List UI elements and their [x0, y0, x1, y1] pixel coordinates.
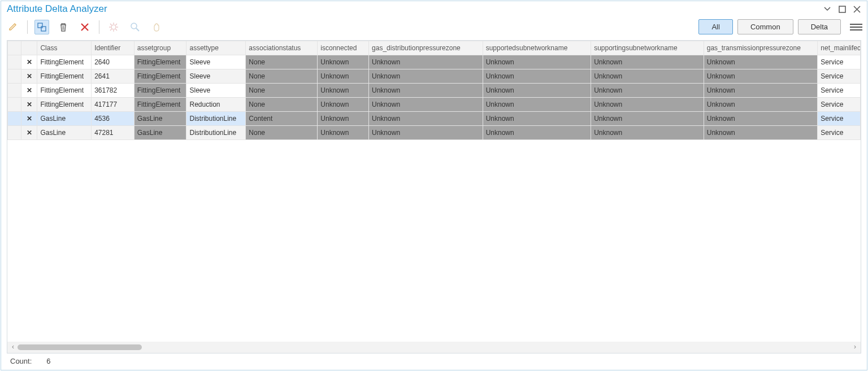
scroll-right-icon[interactable]: › [852, 343, 858, 350]
cell-identifier[interactable]: 417177 [92, 98, 134, 112]
cell-assetgroup[interactable]: FittingElement [134, 55, 186, 69]
scroll-left-icon[interactable]: ‹ [10, 343, 16, 350]
cell-supportingsubnetworkname[interactable]: Unknown [591, 69, 704, 84]
cell-supportedsubnetworkname[interactable]: Unknown [483, 98, 591, 112]
col-isconnected[interactable]: isconnected [318, 41, 369, 55]
cell-class[interactable]: GasLine [37, 112, 92, 126]
cell-supportingsubnetworkname[interactable]: Unknown [591, 55, 704, 69]
cell-associationstatus[interactable]: None [246, 98, 318, 112]
table-row[interactable]: ✕FittingElement2641FittingElementSleeveN… [8, 69, 861, 84]
horizontal-scrollbar[interactable]: ‹ › [7, 342, 861, 353]
cell-associationstatus[interactable]: Content [246, 112, 318, 126]
close-icon[interactable]: ✕ [27, 86, 32, 94]
cell-gas_distributionpressurezone[interactable]: Unknown [369, 84, 483, 98]
cell-gas_transmissionpressurezone[interactable]: Unknown [704, 69, 818, 84]
cell-supportedsubnetworkname[interactable]: Unknown [483, 126, 591, 140]
close-icon[interactable]: ✕ [27, 72, 32, 80]
cell-isconnected[interactable]: Unknown [318, 55, 369, 69]
cell-class[interactable]: FittingElement [37, 69, 92, 84]
scrollbar-thumb[interactable] [18, 344, 142, 350]
row-marker[interactable] [8, 98, 21, 112]
zoom-icon[interactable] [128, 20, 142, 34]
col-net-mainlifec[interactable]: net_mainlifec [818, 41, 861, 55]
cell-gas_transmissionpressurezone[interactable]: Unknown [704, 126, 818, 140]
delete-row-button[interactable]: ✕ [21, 55, 37, 69]
cell-identifier[interactable]: 47281 [92, 126, 134, 140]
select-icon[interactable] [34, 20, 49, 34]
cell-identifier[interactable]: 2641 [92, 69, 134, 84]
row-marker[interactable] [8, 112, 21, 126]
cell-supportingsubnetworkname[interactable]: Unknown [591, 84, 704, 98]
table-row[interactable]: ✕GasLine4536GasLineDistributionLineConte… [8, 112, 861, 126]
cell-isconnected[interactable]: Unknown [318, 69, 369, 84]
cell-net_mainlifec[interactable]: Service [818, 98, 861, 112]
col-gas-transmissionpressurezone[interactable]: gas_transmissionpressurezone [704, 41, 818, 55]
remove-icon[interactable] [77, 20, 92, 34]
cell-class[interactable]: FittingElement [37, 84, 92, 98]
col-delete[interactable] [21, 41, 37, 55]
trash-icon[interactable] [56, 20, 71, 34]
cell-associationstatus[interactable]: None [246, 126, 318, 140]
cell-supportedsubnetworkname[interactable]: Unknown [483, 55, 591, 69]
table-row[interactable]: ✕FittingElement417177FittingElementReduc… [8, 98, 861, 112]
close-icon[interactable]: ✕ [27, 58, 32, 66]
cell-assetgroup[interactable]: GasLine [134, 126, 186, 140]
cell-class[interactable]: GasLine [37, 126, 92, 140]
cell-gas_distributionpressurezone[interactable]: Unknown [369, 69, 483, 84]
cell-identifier[interactable]: 2640 [92, 55, 134, 69]
cell-assetgroup[interactable]: FittingElement [134, 69, 186, 84]
table-row[interactable]: ✕FittingElement361782FittingElementSleev… [8, 84, 861, 98]
cell-supportedsubnetworkname[interactable]: Unknown [483, 84, 591, 98]
cell-assetgroup[interactable]: FittingElement [134, 98, 186, 112]
cell-net_mainlifec[interactable]: Service [818, 126, 861, 140]
filter-all-button[interactable]: All [698, 19, 732, 34]
close-icon[interactable]: ✕ [27, 129, 32, 137]
cell-net_mainlifec[interactable]: Service [818, 69, 861, 84]
cell-associationstatus[interactable]: None [246, 69, 318, 84]
cell-assettype[interactable]: Reduction [186, 98, 246, 112]
col-identifier[interactable]: Identifier [92, 41, 134, 55]
col-class[interactable]: Class [37, 41, 92, 55]
col-gas-distributionpressurezone[interactable]: gas_distributionpressurezone [369, 41, 483, 55]
minimize-icon[interactable] [823, 5, 832, 14]
cell-gas_distributionpressurezone[interactable]: Unknown [369, 126, 483, 140]
cell-supportedsubnetworkname[interactable]: Unknown [483, 112, 591, 126]
filter-delta-button[interactable]: Delta [798, 19, 841, 34]
cell-identifier[interactable]: 4536 [92, 112, 134, 126]
delete-row-button[interactable]: ✕ [21, 84, 37, 98]
delete-row-button[interactable]: ✕ [21, 126, 37, 140]
cell-net_mainlifec[interactable]: Service [818, 84, 861, 98]
cell-supportingsubnetworkname[interactable]: Unknown [591, 126, 704, 140]
row-marker[interactable] [8, 55, 21, 69]
table-row[interactable]: ✕FittingElement2640FittingElementSleeveN… [8, 55, 861, 69]
delete-row-button[interactable]: ✕ [21, 98, 37, 112]
cell-assettype[interactable]: Sleeve [186, 69, 246, 84]
cell-associationstatus[interactable]: None [246, 84, 318, 98]
col-supportingsubnetworkname[interactable]: supportingsubnetworkname [591, 41, 704, 55]
cell-supportedsubnetworkname[interactable]: Unknown [483, 69, 591, 84]
cell-assetgroup[interactable]: GasLine [134, 112, 186, 126]
cell-gas_transmissionpressurezone[interactable]: Unknown [704, 84, 818, 98]
cell-class[interactable]: FittingElement [37, 98, 92, 112]
cell-isconnected[interactable]: Unknown [318, 112, 369, 126]
col-associationstatus[interactable]: associationstatus [246, 41, 318, 55]
col-assettype[interactable]: assettype [186, 41, 246, 55]
table-row[interactable]: ✕GasLine47281GasLineDistributionLineNone… [8, 126, 861, 140]
cell-net_mainlifec[interactable]: Service [818, 112, 861, 126]
menu-icon[interactable] [850, 21, 862, 33]
cell-supportingsubnetworkname[interactable]: Unknown [591, 98, 704, 112]
close-icon[interactable]: ✕ [27, 101, 32, 108]
cell-isconnected[interactable]: Unknown [318, 98, 369, 112]
maximize-icon[interactable] [837, 5, 847, 14]
cell-assettype[interactable]: DistributionLine [186, 126, 246, 140]
col-supportedsubnetworkname[interactable]: supportedsubnetworkname [483, 41, 591, 55]
cell-gas_transmissionpressurezone[interactable]: Unknown [704, 112, 818, 126]
data-grid[interactable]: Class Identifier assetgroup assettype as… [7, 41, 861, 342]
cell-gas_transmissionpressurezone[interactable]: Unknown [704, 55, 818, 69]
row-marker[interactable] [8, 69, 21, 84]
cell-gas_distributionpressurezone[interactable]: Unknown [369, 98, 483, 112]
col-assetgroup[interactable]: assetgroup [134, 41, 186, 55]
cell-gas_distributionpressurezone[interactable]: Unknown [369, 112, 483, 126]
delete-row-button[interactable]: ✕ [21, 69, 37, 84]
close-icon[interactable] [852, 5, 861, 14]
